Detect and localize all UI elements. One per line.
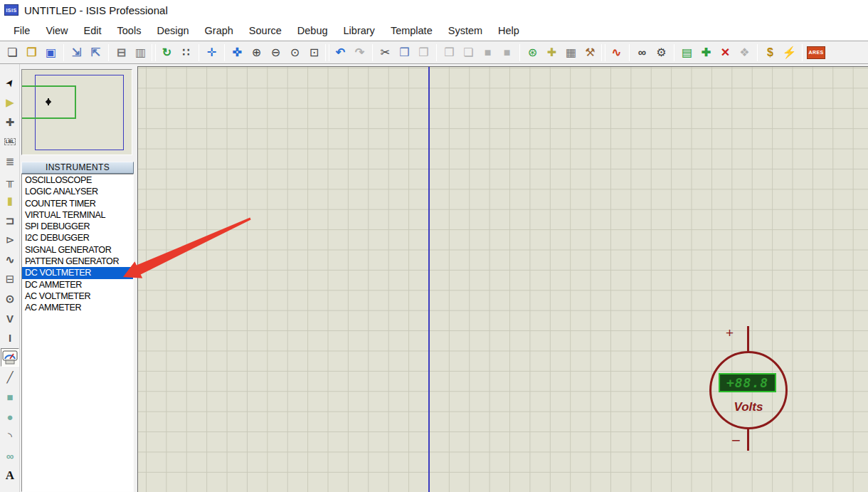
make-device-icon[interactable]: ✚ [542,44,561,61]
instrument-pattern-generator[interactable]: PATTERN GENERATOR [22,256,133,267]
voltmeter-plus-label: + [726,325,734,341]
2d-line-mode-icon[interactable]: ╱ [1,368,19,387]
instrument-dc-ammeter[interactable]: DC AMMETER [22,279,133,291]
main-area: ➤ ▶ ✚ LBL ≣ ╥ ▮ ⊐ ⊳ ∿ ⊟ ⊙ V I ╱ ■ [0,64,868,492]
print-icon[interactable]: ⊟ [112,44,131,61]
zoom-in-icon[interactable]: ⊕ [247,44,266,61]
menu-tools[interactable]: Tools [110,22,149,39]
2d-arc-mode-icon[interactable]: ◝ [1,427,19,446]
menu-edit[interactable]: Edit [76,22,110,39]
voltage-probe-mode-icon[interactable]: V [1,309,19,328]
netlist-to-ares-icon[interactable]: ARES [807,46,825,59]
zoom-all-icon[interactable]: ⊙ [285,44,305,61]
menu-graph[interactable]: Graph [197,22,241,39]
voltmeter-negative-pin [747,429,749,451]
schematic-overview[interactable] [21,69,132,155]
redraw-icon[interactable]: ↻ [157,44,176,61]
open-file-icon[interactable]: ❐ [22,44,41,61]
mode-toolbar: ➤ ▶ ✚ LBL ≣ ╥ ▮ ⊐ ⊳ ∿ ⊟ ⊙ V I ╱ ■ [0,64,20,492]
instrument-ac-ammeter[interactable]: AC AMMETER [22,302,133,313]
2d-path-mode-icon[interactable]: ∞ [1,446,19,465]
undo-icon[interactable]: ↶ [331,44,350,61]
menu-source[interactable]: Source [241,22,290,39]
instrument-counter-timer[interactable]: COUNTER TIMER [22,198,133,209]
text-script-mode-icon[interactable]: ≣ [1,152,19,170]
search-tag-icon[interactable]: ∞ [633,44,652,61]
2d-box-mode-icon[interactable]: ■ [1,388,19,407]
menu-design[interactable]: Design [149,22,196,39]
isis-window: ISIS UNTITLED - ISIS Professional File V… [0,0,868,492]
2d-text-mode-icon[interactable]: A [1,466,19,485]
instrument-oscilloscope[interactable]: OSCILLOSCOPE [22,174,133,186]
wire-label-mode-icon[interactable]: LBL [1,132,19,151]
2d-circle-mode-icon[interactable]: ● [1,407,19,426]
redo-icon[interactable]: ↷ [350,44,369,61]
goto-sheet-icon: ❖ [735,44,754,61]
new-file-icon[interactable]: ❏ [3,44,22,61]
menu-file[interactable]: File [6,22,38,39]
copy-icon[interactable]: ❒ [395,44,414,61]
menu-help[interactable]: Help [490,22,527,39]
schematic-canvas[interactable]: + − +88.8 Volts [137,66,868,492]
menu-bar: File View Edit Tools Design Graph Source… [0,20,868,41]
packaging-tool-icon[interactable]: ▦ [561,44,581,61]
electrical-rules-check-icon[interactable]: ⚡ [780,44,799,61]
selection-mode-icon[interactable]: ➤ [1,73,19,92]
menu-library[interactable]: Library [336,22,383,39]
graph-mode-icon[interactable]: ∿ [1,250,19,268]
component-mode-icon[interactable]: ▶ [1,93,19,112]
remove-sheet-icon[interactable]: ✕ [716,44,735,61]
block-move-icon: ❏ [459,44,478,61]
voltmeter-unit-label: Volts [709,400,788,414]
instrument-signal-generator[interactable]: SIGNAL GENERATOR [22,244,133,256]
mark-output-area-icon[interactable]: ▥ [131,44,150,61]
sheet-border-line [428,67,430,492]
gauge-icon [2,350,18,365]
pick-parts-icon[interactable]: ⊛ [523,44,542,61]
subcircuit-mode-icon[interactable]: ▮ [1,192,19,210]
overview-component-marker [48,98,49,105]
menu-template[interactable]: Template [383,22,440,39]
menu-debug[interactable]: Debug [290,22,336,39]
grid-toggle-icon[interactable]: ∷ [176,44,196,61]
zoom-out-icon[interactable]: ⊖ [266,44,285,61]
zoom-area-icon[interactable]: ⊡ [305,44,324,61]
voltmeter-minus-label: − [731,431,741,450]
instrument-ac-voltmeter[interactable]: AC VOLTMETER [22,291,133,302]
instrument-spi-debugger[interactable]: SPI DEBUGGER [22,221,133,232]
instrument-i2c-debugger[interactable]: I2C DEBUGGER [22,232,133,244]
new-sheet-icon[interactable]: ✚ [697,44,716,61]
menu-system[interactable]: System [440,22,490,39]
property-assignment-icon[interactable]: ⚙ [652,44,671,61]
window-title: UNTITLED - ISIS Professional [24,4,168,16]
object-selector-panel: INSTRUMENTS OSCILLOSCOPE LOGIC ANALYSER … [20,64,137,492]
import-section-icon[interactable]: ⇲ [67,44,86,61]
instrument-logic-analyser[interactable]: LOGIC ANALYSER [22,186,133,197]
isis-app-icon: ISIS [4,4,18,16]
export-section-icon[interactable]: ⇱ [86,44,105,61]
main-toolbar: ❏ ❐ ▣ ⇲ ⇱ ⊟ ▥ ↻ ∷ ✛ ✜ ⊕ ⊖ ⊙ ⊡ ↶ ↷ ✂ ❒ ❐ … [0,41,868,64]
save-icon[interactable]: ▣ [41,44,60,61]
current-probe-mode-icon[interactable]: I [1,329,19,347]
decompose-icon[interactable]: ⚒ [581,44,600,61]
junction-dot-mode-icon[interactable]: ✚ [1,112,19,131]
device-pins-mode-icon[interactable]: ⊳ [1,231,19,249]
menu-view[interactable]: View [38,22,75,39]
origin-icon[interactable]: ✛ [202,44,221,61]
wire-autorouter-icon[interactable]: ∿ [607,44,626,61]
pan-icon[interactable]: ✜ [228,44,247,61]
instruments-header[interactable]: INSTRUMENTS [21,162,134,174]
bill-of-materials-icon[interactable]: $ [761,44,780,61]
virtual-instruments-mode-icon[interactable] [1,348,19,367]
instrument-virtual-terminal[interactable]: VIRTUAL TERMINAL [22,209,133,221]
buses-mode-icon[interactable]: ╥ [1,172,19,190]
terminals-mode-icon[interactable]: ⊐ [1,211,19,229]
block-copy-icon: ❒ [440,44,459,61]
design-explorer-icon[interactable]: ▤ [677,44,697,61]
generator-mode-icon[interactable]: ⊙ [1,290,19,308]
instrument-dc-voltmeter[interactable]: DC VOLTMETER [22,267,133,278]
cut-icon[interactable]: ✂ [376,44,395,61]
title-bar: ISIS UNTITLED - ISIS Professional [0,0,868,20]
block-rotate-icon: ■ [478,44,497,61]
tape-recorder-mode-icon[interactable]: ⊟ [1,270,19,288]
